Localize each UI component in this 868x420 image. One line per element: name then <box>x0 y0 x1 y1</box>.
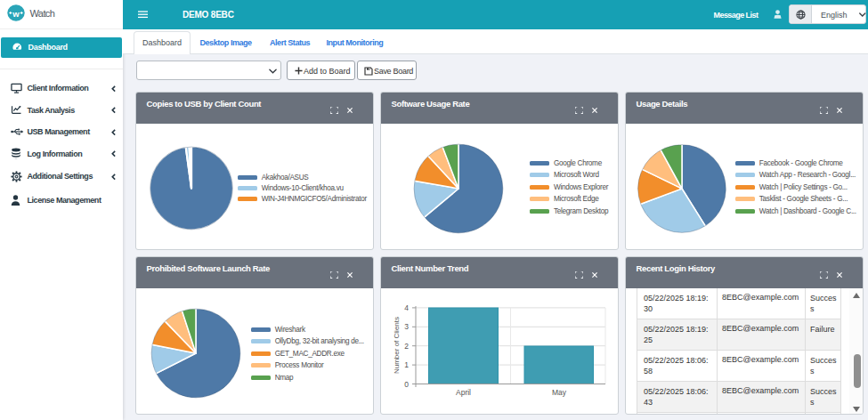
svg-text:1: 1 <box>404 360 409 369</box>
svg-text:May: May <box>552 388 567 397</box>
svg-text:Number of Clients: Number of Clients <box>393 317 401 374</box>
svg-text:3: 3 <box>404 322 409 331</box>
svg-text:w: w <box>12 9 20 19</box>
svg-text:2: 2 <box>404 342 409 351</box>
svg-text:0: 0 <box>404 380 409 389</box>
svg-text:April: April <box>456 388 471 397</box>
svg-text:4: 4 <box>404 303 409 312</box>
